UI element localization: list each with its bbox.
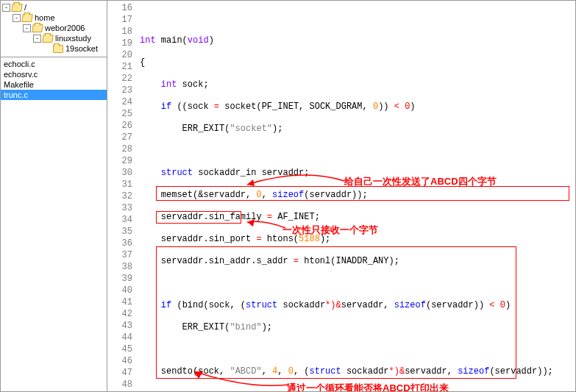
spacer [43, 45, 51, 53]
tree-user[interactable]: - webor2006 [1, 23, 107, 33]
tree-root[interactable]: - / [1, 2, 107, 13]
annotation-text-2: 一次性只接收一个字节 [282, 224, 378, 237]
collapse-icon[interactable]: - [33, 35, 41, 43]
collapse-icon[interactable]: - [13, 14, 21, 22]
file-item[interactable]: Makefile [1, 79, 107, 90]
folder-open-icon [42, 35, 54, 43]
folder-open-icon [11, 4, 23, 12]
sidebar: - / - home - webor2006 - linuxstudy [1, 1, 107, 391]
line-numbers: 1617181920212223242526272829303132333435… [107, 1, 137, 391]
annotation-text-1: 给自己一次性发送了ABCD四个字节 [344, 175, 497, 188]
file-item[interactable]: echocli.c [1, 59, 107, 69]
collapse-icon[interactable]: - [2, 4, 10, 12]
tree-study[interactable]: - linuxstudy [1, 33, 107, 43]
tree-label: home [35, 13, 55, 22]
code-editor[interactable]: 1617181920212223242526272829303132333435… [107, 1, 575, 391]
file-item-selected[interactable]: trunc.c [1, 90, 107, 100]
tree-home[interactable]: - home [1, 13, 107, 23]
folder-tree: - / - home - webor2006 - linuxstudy [1, 1, 107, 57]
file-list: echocli.c echosrv.c Makefile trunc.c [1, 57, 107, 391]
file-item[interactable]: echosrv.c [1, 69, 107, 79]
code-body[interactable]: int main(void) { int sock; if ((sock = s… [137, 1, 575, 391]
folder-open-icon [21, 14, 33, 22]
collapse-icon[interactable]: - [23, 24, 31, 32]
tree-sockdir[interactable]: 19socket [1, 43, 107, 54]
annotation-text-3: 通过一个循环看能否将ABCD打印出来 [287, 382, 449, 391]
folder-closed-icon [53, 45, 63, 53]
folder-open-icon [32, 24, 43, 32]
tree-label: 19socket [65, 44, 98, 53]
tree-label: webor2006 [45, 24, 85, 32]
tree-label: linuxstudy [55, 34, 91, 43]
tree-label: / [24, 3, 26, 12]
